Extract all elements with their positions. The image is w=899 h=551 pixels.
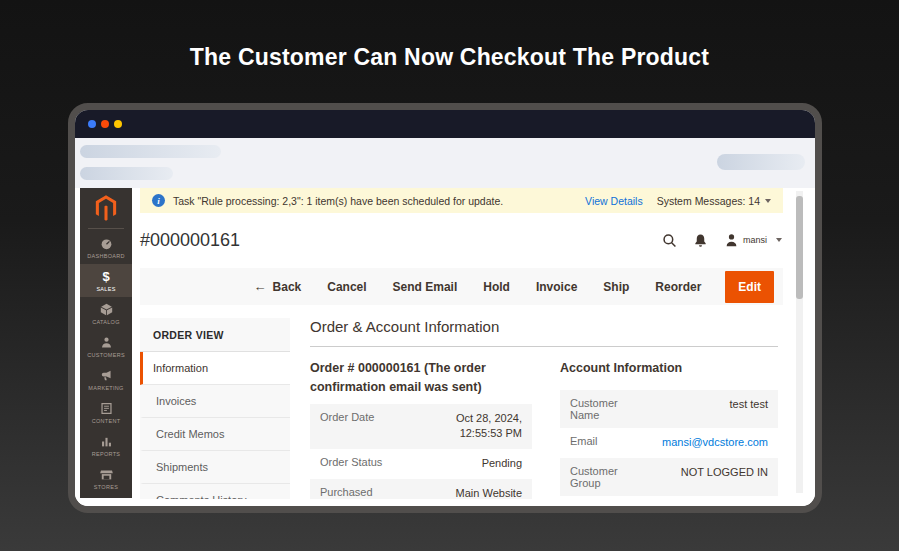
row-value: Main Website Main Website Store Default … xyxy=(404,479,532,499)
search-icon[interactable] xyxy=(662,233,677,248)
invoice-button[interactable]: Invoice xyxy=(536,280,577,294)
back-arrow-icon: ← xyxy=(254,279,267,294)
order-info-table: Order Date Oct 28, 2024, 12:55:53 PM Ord… xyxy=(310,404,532,500)
window-control-dot-yellow[interactable] xyxy=(114,120,122,128)
sidebar-divider xyxy=(88,228,124,229)
gauge-icon xyxy=(99,237,113,251)
sidebar-item-sales[interactable]: $ SALES xyxy=(80,264,132,297)
window-control-dot-red[interactable] xyxy=(101,120,109,128)
row-label: Order Status xyxy=(310,449,404,479)
order-info-heading: Order # 000000161 (The order confirmatio… xyxy=(310,359,532,397)
sidebar-item-customers[interactable]: CUSTOMERS xyxy=(80,330,132,363)
sidebar-item-content[interactable]: CONTENT xyxy=(80,396,132,429)
sidebar-item-stores[interactable]: STORES xyxy=(80,462,132,495)
row-label: Customer Group xyxy=(560,458,652,496)
table-row: Customer Name test test xyxy=(560,390,778,428)
admin-sidebar: DASHBOARD $ SALES CATALOG CUSTOMERS xyxy=(80,188,132,498)
row-value: Oct 28, 2024, 12:55:53 PM xyxy=(404,404,532,450)
window-control-dot-blue[interactable] xyxy=(88,120,96,128)
account-info-heading: Account Information xyxy=(560,359,778,378)
table-row: Email mansi@vdcstore.com xyxy=(560,428,778,458)
sidebar-item-marketing[interactable]: MARKETING xyxy=(80,363,132,396)
row-value: Pending xyxy=(404,449,532,479)
system-messages-label: System Messages: 14 xyxy=(657,195,760,207)
back-button[interactable]: ← Back xyxy=(254,279,302,294)
row-label: Order Date xyxy=(310,404,404,450)
chevron-down-icon xyxy=(765,199,771,203)
skeleton-bar xyxy=(80,145,221,158)
tab-comments-history[interactable]: Comments History xyxy=(140,484,290,499)
edit-button[interactable]: Edit xyxy=(725,271,774,303)
tab-invoices[interactable]: Invoices xyxy=(140,385,290,418)
user-avatar-icon xyxy=(724,233,739,248)
user-account-menu[interactable]: mansi xyxy=(724,233,782,248)
section-title: Order & Account Information xyxy=(310,318,778,347)
info-icon: i xyxy=(152,194,165,207)
system-message-banner: i Task "Rule processing: 2,3": 1 item(s)… xyxy=(140,188,783,213)
store-icon xyxy=(99,468,113,482)
browser-titlebar xyxy=(75,110,815,138)
row-value: NOT LOGGED IN xyxy=(652,458,778,496)
browser-header-skeleton xyxy=(75,138,815,188)
sidebar-item-label: MARKETING xyxy=(88,385,123,391)
tab-shipments[interactable]: Shipments xyxy=(140,451,290,484)
system-messages-dropdown[interactable]: System Messages: 14 xyxy=(657,195,771,207)
order-information-section: Order & Account Information Order # 0000… xyxy=(310,318,792,499)
tab-credit-memos[interactable]: Credit Memos xyxy=(140,418,290,451)
table-row: Order Date Oct 28, 2024, 12:55:53 PM xyxy=(310,404,532,450)
sidebar-item-label: CONTENT xyxy=(92,418,121,424)
magento-logo-icon[interactable] xyxy=(80,188,132,228)
sidebar-item-catalog[interactable]: CATALOG xyxy=(80,297,132,330)
sidebar-item-label: REPORTS xyxy=(92,451,121,457)
admin-content: i Task "Rule processing: 2,3": 1 item(s)… xyxy=(132,188,792,499)
skeleton-bar xyxy=(717,154,805,170)
row-label: Email xyxy=(560,428,652,458)
page-header: #000000161 mansi xyxy=(140,222,782,258)
row-value: test test xyxy=(652,390,778,428)
sidebar-item-label: CATALOG xyxy=(92,319,120,325)
skeleton-bar xyxy=(80,167,173,180)
sidebar-item-reports[interactable]: REPORTS xyxy=(80,429,132,462)
account-info-table: Customer Name test test Email mansi@vdcs… xyxy=(560,390,778,496)
ship-button[interactable]: Ship xyxy=(603,280,629,294)
chevron-down-icon xyxy=(776,238,782,242)
tab-information[interactable]: Information xyxy=(140,352,290,385)
dollar-icon: $ xyxy=(99,270,113,284)
scrollbar-thumb[interactable] xyxy=(796,196,803,299)
table-row: Purchased From Main Website Main Website… xyxy=(310,479,532,499)
person-icon xyxy=(99,336,113,350)
megaphone-icon xyxy=(99,369,113,383)
table-row: Order Status Pending xyxy=(310,449,532,479)
sidebar-item-label: SALES xyxy=(96,286,115,292)
send-email-button[interactable]: Send Email xyxy=(393,280,458,294)
banner-message: Task "Rule processing: 2,3": 1 item(s) h… xyxy=(173,195,585,207)
cancel-button[interactable]: Cancel xyxy=(327,280,366,294)
sidebar-item-dashboard[interactable]: DASHBOARD xyxy=(80,231,132,264)
page-scrollbar[interactable] xyxy=(796,191,803,493)
box-icon xyxy=(99,303,113,317)
back-label: Back xyxy=(273,280,302,294)
view-details-link[interactable]: View Details xyxy=(585,195,643,207)
sidebar-item-label: CUSTOMERS xyxy=(87,352,125,358)
table-row: Customer Group NOT LOGGED IN xyxy=(560,458,778,496)
bar-chart-icon xyxy=(99,435,113,449)
magento-admin-page: DASHBOARD $ SALES CATALOG CUSTOMERS xyxy=(75,188,815,506)
row-label: Purchased From xyxy=(310,479,404,499)
row-label: Customer Name xyxy=(560,390,652,428)
page-title: The Customer Can Now Checkout The Produc… xyxy=(0,44,899,71)
hold-button[interactable]: Hold xyxy=(483,280,510,294)
notifications-bell-icon[interactable] xyxy=(693,233,708,248)
page-icon xyxy=(99,402,113,416)
browser-window: DASHBOARD $ SALES CATALOG CUSTOMERS xyxy=(68,103,822,513)
order-view-panel-title: ORDER VIEW xyxy=(140,318,290,352)
sidebar-item-label: STORES xyxy=(94,484,118,490)
username-label: mansi xyxy=(743,235,767,245)
order-view-panel: ORDER VIEW Information Invoices Credit M… xyxy=(140,318,290,499)
order-actions-toolbar: ← Back Cancel Send Email Hold Invoice Sh… xyxy=(140,268,783,305)
reorder-button[interactable]: Reorder xyxy=(655,280,701,294)
sidebar-item-label: DASHBOARD xyxy=(87,253,125,259)
customer-email-link[interactable]: mansi@vdcstore.com xyxy=(662,436,768,448)
order-id-title: #000000161 xyxy=(140,230,240,251)
